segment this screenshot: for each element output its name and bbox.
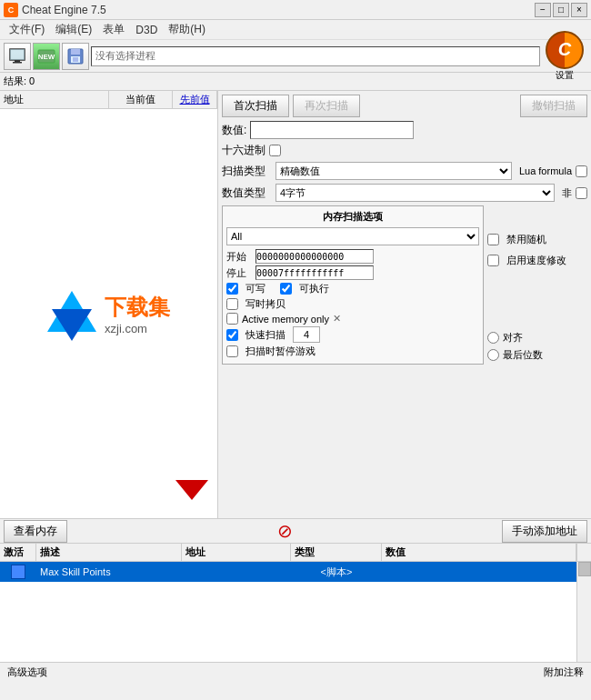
scrollbar-thumb[interactable]: [578, 562, 591, 576]
last-digit-radio[interactable]: [487, 349, 499, 361]
writable-row: 可写 可执行: [226, 282, 479, 295]
title-text: Cheat Engine 7.5: [22, 4, 106, 16]
copy-on-write-checkbox[interactable]: [226, 298, 238, 310]
triangle-down: [52, 309, 92, 341]
col-address[interactable]: 地址: [0, 91, 109, 108]
menu-file[interactable]: 文件(F): [4, 20, 50, 39]
align-radio[interactable]: [487, 332, 499, 344]
settings-area[interactable]: C 设置: [542, 31, 587, 82]
fei-checkbox[interactable]: [576, 187, 587, 199]
scan-type-dropdown[interactable]: 精确数值: [275, 162, 512, 180]
value-input[interactable]: [250, 121, 414, 139]
row-address-cell[interactable]: [182, 570, 291, 574]
row-description-cell[interactable]: Max Skill Points: [36, 565, 182, 579]
fei-label: 非: [562, 186, 572, 200]
align-row: 对齐: [487, 331, 587, 345]
open-process-button[interactable]: [4, 43, 31, 70]
svg-rect-2: [13, 62, 22, 64]
close-button[interactable]: ×: [571, 3, 587, 17]
save-button[interactable]: [62, 43, 89, 70]
start-label: 开始: [226, 250, 252, 264]
svg-rect-1: [15, 60, 20, 62]
speed-mod-row: 启用速度修改: [487, 254, 587, 267]
writable-checkbox[interactable]: [226, 283, 238, 295]
disable-random-row: 禁用随机: [487, 233, 587, 246]
col-current[interactable]: 当前值: [109, 91, 173, 108]
minimize-button[interactable]: −: [535, 3, 551, 17]
writable-label: 可写: [245, 282, 265, 295]
start-addr-input[interactable]: [255, 249, 374, 264]
executable-checkbox[interactable]: [280, 283, 292, 295]
svg-rect-7: [71, 49, 80, 55]
maximize-button[interactable]: □: [553, 3, 569, 17]
toolbar: NEW 没有选择进程 C 设置: [0, 40, 591, 73]
main-area: 地址 当前值 先前值 下载集 xzji.com: [0, 91, 591, 518]
view-memory-button[interactable]: 查看内存: [4, 520, 67, 543]
menu-bar: 文件(F) 编辑(E) 表单 D3D 帮助(H): [0, 20, 591, 40]
stop-addr-row: 停止: [226, 265, 479, 280]
active-memory-clear-icon[interactable]: ✕: [333, 313, 341, 325]
row-type-cell[interactable]: <脚本>: [291, 564, 382, 581]
copy-on-write-row: 写时拷贝: [226, 297, 479, 311]
menu-d3d[interactable]: D3D: [130, 22, 163, 38]
quick-scan-row: 快速扫描: [226, 326, 479, 343]
quick-scan-checkbox[interactable]: [226, 329, 238, 341]
disable-random-checkbox[interactable]: [487, 234, 499, 245]
menu-edit[interactable]: 编辑(E): [50, 20, 97, 39]
mem-type-dropdown[interactable]: All: [226, 227, 479, 245]
stop-addr-input[interactable]: [255, 265, 374, 280]
second-scan-button[interactable]: 再次扫描: [293, 95, 360, 117]
footer-left[interactable]: 高级选项: [7, 665, 47, 679]
copy-on-write-label: 写时拷贝: [245, 297, 285, 311]
menu-table[interactable]: 表单: [97, 20, 130, 39]
title-controls[interactable]: − □ ×: [535, 3, 587, 17]
col-active: 激活: [0, 544, 36, 561]
speed-mod-checkbox[interactable]: [487, 255, 499, 266]
row-value-cell[interactable]: [382, 570, 576, 574]
title-bar-left: C Cheat Engine 7.5: [4, 3, 106, 17]
process-bar[interactable]: 没有选择进程: [91, 46, 540, 66]
list-item[interactable]: Max Skill Points <脚本>: [0, 562, 576, 582]
col-previous[interactable]: 先前值: [173, 91, 217, 108]
new-scan-button[interactable]: NEW: [33, 43, 60, 70]
value-section: 数值:: [222, 121, 587, 139]
address-list-header: 激活 描述 地址 类型 数值: [0, 544, 591, 562]
data-type-row: 数值类型 4字节 非: [222, 184, 587, 202]
align-label: 对齐: [503, 331, 523, 345]
col-value: 数值: [382, 544, 576, 561]
executable-label: 可执行: [299, 282, 329, 295]
ce-logo: C: [546, 31, 584, 69]
svg-text:NEW: NEW: [38, 53, 55, 61]
hex-checkbox[interactable]: [269, 145, 281, 156]
scan-buttons-row: 首次扫描 再次扫描 撤销扫描: [222, 95, 587, 117]
data-type-dropdown[interactable]: 4字节: [275, 184, 555, 202]
lua-formula-checkbox[interactable]: [576, 165, 587, 177]
arrow-down-icon: [175, 480, 208, 500]
watermark-brand: 下载集: [105, 293, 170, 322]
scrollbar-area[interactable]: [576, 562, 591, 662]
scan-type-label: 扫描类型: [222, 164, 272, 179]
active-memory-checkbox[interactable]: [226, 313, 238, 325]
active-memory-label: Active memory only: [242, 314, 329, 325]
first-scan-button[interactable]: 首次扫描: [222, 95, 289, 117]
row-active-checkbox[interactable]: [11, 565, 25, 579]
col-address: 地址: [182, 544, 291, 561]
settings-label[interactable]: 设置: [556, 69, 574, 82]
start-addr-row: 开始: [226, 249, 479, 264]
bottom-btn-row: 查看内存 ⊘ 手动添加地址: [0, 518, 591, 544]
add-address-button[interactable]: 手动添加地址: [502, 520, 587, 543]
pause-game-checkbox[interactable]: [226, 345, 238, 357]
quick-scan-input[interactable]: [293, 326, 320, 343]
left-table-header: 地址 当前值 先前值: [0, 91, 217, 109]
pause-game-label: 扫描时暂停游戏: [245, 345, 316, 358]
no-icon: ⊘: [277, 520, 293, 542]
footer-right[interactable]: 附加注释: [544, 665, 584, 679]
address-list-scroll[interactable]: Max Skill Points <脚本>: [0, 562, 576, 662]
results-bar: 结果: 0: [0, 73, 591, 91]
results-text: 结果: 0: [4, 75, 35, 88]
cancel-scan-button[interactable]: 撤销扫描: [520, 95, 587, 117]
mem-scan-group: 内存扫描选项 All 开始 停止 可写 可执行: [222, 205, 484, 365]
disable-random-label: 禁用随机: [506, 233, 546, 246]
menu-help[interactable]: 帮助(H): [163, 20, 211, 39]
title-bar: C Cheat Engine 7.5 − □ ×: [0, 0, 591, 20]
